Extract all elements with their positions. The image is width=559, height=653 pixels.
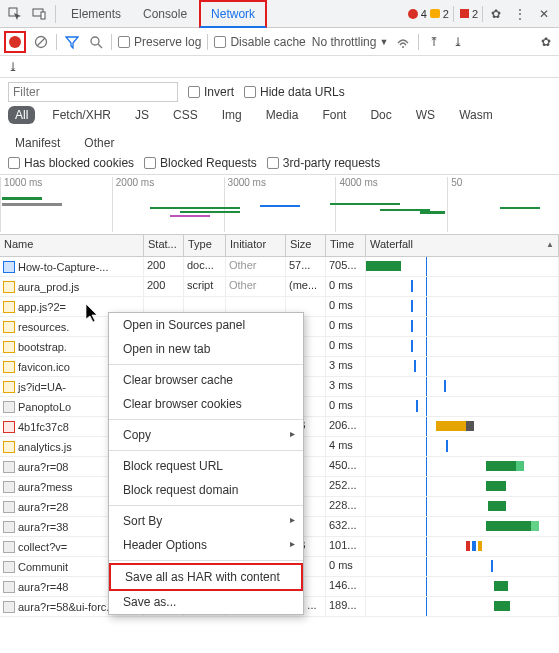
svg-point-5 xyxy=(91,37,99,45)
col-initiator[interactable]: Initiator xyxy=(226,235,286,256)
svg-point-7 xyxy=(402,46,404,48)
cell-size: (me... xyxy=(286,277,326,296)
file-icon xyxy=(3,281,15,293)
col-size[interactable]: Size xyxy=(286,235,326,256)
file-icon xyxy=(3,361,15,373)
ctx-clear-cookies[interactable]: Clear browser cookies xyxy=(109,392,303,416)
ctx-copy[interactable]: Copy xyxy=(109,423,303,447)
separator xyxy=(109,505,303,506)
separator xyxy=(109,364,303,365)
filter-type-doc[interactable]: Doc xyxy=(363,106,398,124)
ctx-clear-cache[interactable]: Clear browser cache xyxy=(109,368,303,392)
third-party-checkbox[interactable]: 3rd-party requests xyxy=(267,156,380,170)
blocked-requests-checkbox[interactable]: Blocked Requests xyxy=(144,156,257,170)
tab-console[interactable]: Console xyxy=(133,0,197,28)
table-row[interactable]: aura_prod.js200scriptOther(me...0 ms xyxy=(0,277,559,297)
cell-waterfall xyxy=(366,317,559,336)
inspect-icon[interactable] xyxy=(4,3,26,25)
cell-waterfall xyxy=(366,537,559,556)
cell-time: 146... xyxy=(326,577,366,596)
col-time[interactable]: Time xyxy=(326,235,366,256)
filter-type-font[interactable]: Font xyxy=(315,106,353,124)
filter-type-js[interactable]: JS xyxy=(128,106,156,124)
cell-time: 189... xyxy=(326,597,366,616)
cell-time: 0 ms xyxy=(326,317,366,336)
separator xyxy=(109,419,303,420)
cell-time: 450... xyxy=(326,457,366,476)
col-status[interactable]: Stat... xyxy=(144,235,184,256)
filter-type-ws[interactable]: WS xyxy=(409,106,442,124)
invert-checkbox[interactable]: Invert xyxy=(188,85,234,99)
ctx-save-as[interactable]: Save as... xyxy=(109,590,303,614)
disable-cache-checkbox[interactable]: Disable cache xyxy=(214,35,305,49)
ctx-save-har[interactable]: Save all as HAR with content xyxy=(109,563,303,591)
separator xyxy=(109,450,303,451)
file-icon xyxy=(3,601,15,613)
filter-type-manifest[interactable]: Manifest xyxy=(8,134,67,152)
file-icon xyxy=(3,301,15,313)
tab-network[interactable]: Network xyxy=(199,0,267,28)
file-icon xyxy=(3,501,15,513)
col-type[interactable]: Type xyxy=(184,235,226,256)
cell-waterfall xyxy=(366,437,559,456)
blocked-cookies-checkbox[interactable]: Has blocked cookies xyxy=(8,156,134,170)
cell-waterfall xyxy=(366,497,559,516)
tab-elements[interactable]: Elements xyxy=(61,0,131,28)
ctx-block-domain[interactable]: Block request domain xyxy=(109,478,303,502)
filter-type-all[interactable]: All xyxy=(8,106,35,124)
filter-type-media[interactable]: Media xyxy=(259,106,306,124)
export-icon[interactable]: ⤓ xyxy=(449,33,467,51)
import-icon[interactable]: ⤒ xyxy=(425,33,443,51)
filter-type-css[interactable]: CSS xyxy=(166,106,205,124)
cell-type: script xyxy=(184,277,226,296)
settings-gear-icon[interactable]: ✿ xyxy=(537,33,555,51)
ctx-header-options[interactable]: Header Options xyxy=(109,533,303,557)
device-toggle-icon[interactable] xyxy=(28,3,50,25)
preserve-log-checkbox[interactable]: Preserve log xyxy=(118,35,201,49)
timeline-overview[interactable]: 1000 ms 2000 ms 3000 ms 4000 ms 50 xyxy=(0,175,559,235)
ctx-block-url[interactable]: Block request URL xyxy=(109,454,303,478)
record-button[interactable] xyxy=(4,31,26,53)
network-conditions-icon[interactable] xyxy=(394,33,412,51)
filter-type-img[interactable]: Img xyxy=(215,106,249,124)
more-icon[interactable]: ⋮ xyxy=(509,3,531,25)
cell-waterfall xyxy=(366,357,559,376)
col-name[interactable]: Name xyxy=(0,235,144,256)
cell-waterfall xyxy=(366,517,559,536)
filter-input[interactable] xyxy=(8,82,178,102)
separator xyxy=(207,34,208,50)
cell-time: 0 ms xyxy=(326,297,366,316)
cell-status: 200 xyxy=(144,257,184,276)
search-icon[interactable] xyxy=(87,33,105,51)
ctx-open-sources[interactable]: Open in Sources panel xyxy=(109,313,303,337)
ctx-sort-by[interactable]: Sort By xyxy=(109,509,303,533)
separator xyxy=(56,34,57,50)
filter-type-fetch[interactable]: Fetch/XHR xyxy=(45,106,118,124)
col-waterfall[interactable]: Waterfall xyxy=(366,235,559,256)
throttling-dropdown[interactable]: No throttling ▼ xyxy=(312,35,389,49)
cell-time: 632... xyxy=(326,517,366,536)
close-icon[interactable]: ✕ xyxy=(533,3,555,25)
hide-data-urls-checkbox[interactable]: Hide data URLs xyxy=(244,85,345,99)
cell-initiator: Other xyxy=(226,277,286,296)
context-menu: Open in Sources panel Open in new tab Cl… xyxy=(108,312,304,615)
error-warning-badge[interactable]: 4 2 xyxy=(404,6,454,22)
ctx-open-tab[interactable]: Open in new tab xyxy=(109,337,303,361)
filter-type-wasm[interactable]: Wasm xyxy=(452,106,500,124)
cell-waterfall xyxy=(366,577,559,596)
cell-waterfall xyxy=(366,397,559,416)
table-row[interactable]: How-to-Capture-...200doc...Other57...705… xyxy=(0,257,559,277)
filter-icon[interactable] xyxy=(63,33,81,51)
cell-waterfall xyxy=(366,277,559,296)
cell-time: 3 ms xyxy=(326,377,366,396)
download-icon[interactable]: ⤓ xyxy=(8,60,18,74)
cell-time: 252... xyxy=(326,477,366,496)
filter-type-other[interactable]: Other xyxy=(77,134,121,152)
cell-size: 57... xyxy=(286,257,326,276)
issues-badge[interactable]: 2 xyxy=(456,6,483,22)
settings-icon[interactable]: ✿ xyxy=(485,3,507,25)
type-filter-row: All Fetch/XHR JS CSS Img Media Font Doc … xyxy=(8,106,551,152)
cell-waterfall xyxy=(366,337,559,356)
clear-icon[interactable] xyxy=(32,33,50,51)
cell-status: 200 xyxy=(144,277,184,296)
